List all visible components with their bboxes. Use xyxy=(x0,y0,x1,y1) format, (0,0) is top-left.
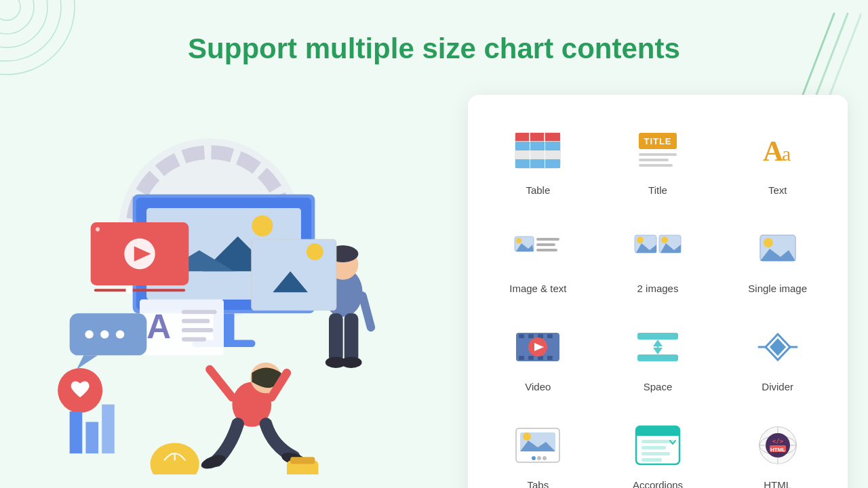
svg-point-37 xyxy=(100,330,108,338)
svg-rect-139 xyxy=(642,440,674,443)
svg-rect-140 xyxy=(642,446,666,449)
accordions-icon-box xyxy=(633,421,682,470)
grid-item-text[interactable]: A a Text xyxy=(721,115,834,207)
divider-icon xyxy=(757,329,798,365)
svg-point-55 xyxy=(341,357,362,368)
features-grid: Table TITLE Title A xyxy=(481,115,834,488)
svg-rect-52 xyxy=(329,313,343,362)
svg-rect-80 xyxy=(545,142,560,150)
table-icon-box xyxy=(513,126,562,175)
illustration: A xyxy=(14,54,434,474)
svg-rect-26 xyxy=(182,328,214,332)
text-label: Text xyxy=(768,184,787,196)
image-text-icon-box xyxy=(513,224,562,273)
grid-item-accordions[interactable]: Accordions xyxy=(601,410,715,488)
single-image-label: Single image xyxy=(748,283,807,294)
svg-rect-121 xyxy=(637,354,678,361)
grid-item-divider[interactable]: Divider xyxy=(721,312,834,403)
two-images-label: 2 images xyxy=(637,283,679,294)
table-icon xyxy=(515,132,561,169)
space-icon-box xyxy=(633,323,682,371)
tabs-icon xyxy=(515,427,561,464)
title-icon-box: TITLE xyxy=(633,126,682,175)
svg-rect-86 xyxy=(545,159,560,168)
accordions-icon xyxy=(635,425,681,466)
svg-text:TITLE: TITLE xyxy=(644,136,671,146)
tabs-icon-box xyxy=(513,421,562,470)
svg-rect-41 xyxy=(85,422,98,454)
svg-rect-83 xyxy=(545,150,560,159)
svg-point-96 xyxy=(516,238,521,243)
svg-rect-111 xyxy=(528,334,534,338)
grid-item-html[interactable]: </> HTML HTML xyxy=(721,410,834,488)
svg-rect-97 xyxy=(536,238,559,241)
svg-rect-84 xyxy=(515,159,530,168)
svg-rect-142 xyxy=(642,458,662,462)
svg-text:A: A xyxy=(146,308,171,346)
table-label: Table xyxy=(526,184,550,196)
svg-rect-40 xyxy=(70,411,83,453)
svg-rect-70 xyxy=(515,133,529,142)
svg-point-21 xyxy=(252,216,273,237)
svg-point-133 xyxy=(532,456,536,460)
svg-text:a: a xyxy=(782,142,791,165)
svg-rect-113 xyxy=(547,334,553,338)
svg-point-132 xyxy=(523,432,531,441)
svg-rect-24 xyxy=(182,310,217,314)
svg-point-105 xyxy=(661,237,668,243)
grid-item-table[interactable]: Table xyxy=(481,115,595,207)
svg-rect-31 xyxy=(94,289,185,291)
svg-rect-82 xyxy=(530,150,545,159)
divider-icon-box xyxy=(753,323,802,371)
svg-point-38 xyxy=(116,330,124,338)
svg-rect-53 xyxy=(344,313,359,362)
svg-rect-27 xyxy=(182,337,206,341)
text-icon: A a xyxy=(757,130,798,171)
space-label: Space xyxy=(644,381,673,392)
svg-marker-123 xyxy=(653,340,663,346)
svg-rect-67 xyxy=(290,457,315,464)
svg-rect-120 xyxy=(637,333,678,340)
grid-item-title[interactable]: TITLE Title xyxy=(601,115,715,207)
title-icon: TITLE xyxy=(633,130,682,171)
grid-item-space[interactable]: Space xyxy=(601,312,715,403)
tabs-label: Tabs xyxy=(527,479,549,488)
single-image-icon-box xyxy=(753,224,802,273)
svg-line-62 xyxy=(210,369,232,397)
svg-rect-99 xyxy=(536,249,557,251)
video-icon-box xyxy=(513,323,562,371)
svg-text:HTML: HTML xyxy=(770,447,785,453)
divider-label: Divider xyxy=(762,381,793,392)
svg-point-33 xyxy=(96,227,100,231)
svg-rect-81 xyxy=(515,150,530,159)
svg-rect-98 xyxy=(536,243,555,246)
video-icon xyxy=(515,329,561,365)
svg-rect-85 xyxy=(530,159,545,168)
svg-text:A: A xyxy=(763,136,784,167)
image-text-label: Image & text xyxy=(509,283,566,294)
svg-point-134 xyxy=(537,456,541,460)
svg-rect-57 xyxy=(252,240,336,310)
svg-point-59 xyxy=(307,243,323,260)
video-label: Video xyxy=(525,381,551,392)
svg-point-36 xyxy=(85,330,93,338)
two-images-icon-box xyxy=(633,224,682,273)
svg-text:</>: </> xyxy=(772,438,784,445)
svg-marker-124 xyxy=(653,348,663,354)
grid-item-image-text[interactable]: Image & text xyxy=(481,214,595,305)
title-label: Title xyxy=(648,184,667,196)
text-icon-box: A a xyxy=(753,126,802,175)
grid-item-single-image[interactable]: Single image xyxy=(721,214,834,305)
grid-item-tabs[interactable]: Tabs xyxy=(481,410,595,488)
svg-point-108 xyxy=(764,238,773,247)
html-icon-box: </> HTML xyxy=(753,421,802,470)
grid-item-2images[interactable]: 2 images xyxy=(601,214,715,305)
grid-item-video[interactable]: Video xyxy=(481,312,595,403)
svg-point-102 xyxy=(637,237,644,243)
accordions-label: Accordions xyxy=(633,479,683,488)
space-icon xyxy=(635,329,681,365)
svg-rect-141 xyxy=(642,452,670,455)
svg-rect-25 xyxy=(182,319,210,323)
svg-rect-71 xyxy=(530,133,543,142)
html-label: HTML xyxy=(764,479,791,488)
